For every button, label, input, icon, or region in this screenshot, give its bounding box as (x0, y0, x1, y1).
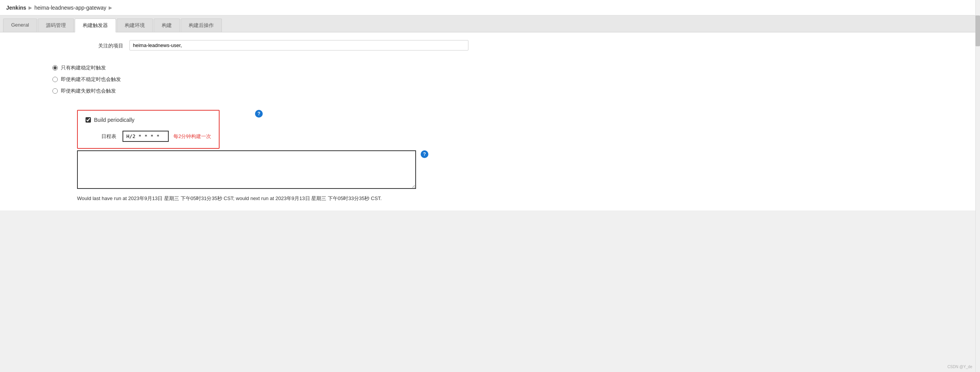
radio-failed-label: 即使构建失败时也会触发 (61, 88, 116, 94)
trigger-radio-group: 只有构建稳定时触发 即使构建不稳定时也会触发 即使构建失败时也会触发 (52, 64, 980, 94)
schedule-row: 日程表 每2分钟构建一次 (86, 131, 211, 142)
scrollbar-track[interactable] (975, 0, 980, 372)
schedule-label: 日程表 (86, 131, 116, 140)
build-periodically-label: Build periodically (94, 117, 134, 123)
tab-env[interactable]: 构建环境 (117, 19, 153, 32)
run-info: Would last have run at 2023年9月13日 星期三 下午… (77, 195, 416, 203)
watched-label: 关注的项目 (77, 40, 123, 49)
breadcrumb: Jenkins ▶ heima-leadnews-app-gateway ▶ (0, 0, 980, 15)
tab-post[interactable]: 构建后操作 (181, 19, 222, 32)
breadcrumb-arrow-2: ▶ (109, 5, 112, 10)
tab-general[interactable]: General (3, 19, 37, 32)
schedule-help-icon[interactable]: ? (421, 150, 428, 158)
radio-stable-input[interactable] (52, 65, 58, 71)
watermark: CSDN @Y_de (947, 365, 972, 369)
build-periodically-checkbox[interactable] (86, 117, 91, 123)
breadcrumb-arrow-1: ▶ (29, 5, 32, 10)
schedule-input[interactable] (123, 131, 169, 142)
schedule-textarea[interactable] (77, 150, 416, 189)
watched-projects-row: 关注的项目 (77, 40, 965, 50)
radio-failed[interactable]: 即使构建失败时也会触发 (52, 88, 980, 94)
build-periodically-checkbox-row[interactable]: Build periodically (86, 117, 211, 123)
tab-bar: General 源码管理 构建触发器 构建环境 构建 构建后操作 (0, 15, 980, 32)
jenkins-home-link[interactable]: Jenkins (6, 5, 26, 11)
radio-stable-label: 只有构建稳定时触发 (61, 64, 106, 71)
tab-build[interactable]: 构建 (154, 19, 180, 32)
radio-unstable-input[interactable] (52, 77, 58, 82)
tab-source[interactable]: 源码管理 (38, 19, 74, 32)
build-periodically-section: Build periodically 日程表 每2分钟构建一次 (77, 110, 220, 149)
tab-triggers[interactable]: 构建触发器 (75, 19, 116, 32)
build-periodically-help-icon[interactable]: ? (255, 110, 263, 118)
radio-stable[interactable]: 只有构建稳定时触发 (52, 64, 980, 71)
schedule-hint: 每2分钟构建一次 (173, 133, 211, 140)
radio-unstable-label: 即使构建不稳定时也会触发 (61, 76, 121, 83)
radio-unstable[interactable]: 即使构建不稳定时也会触发 (52, 76, 980, 83)
scrollbar-thumb[interactable] (975, 15, 980, 46)
radio-failed-input[interactable] (52, 88, 58, 94)
watched-input[interactable] (129, 40, 468, 50)
project-link[interactable]: heima-leadnews-app-gateway (34, 5, 106, 11)
